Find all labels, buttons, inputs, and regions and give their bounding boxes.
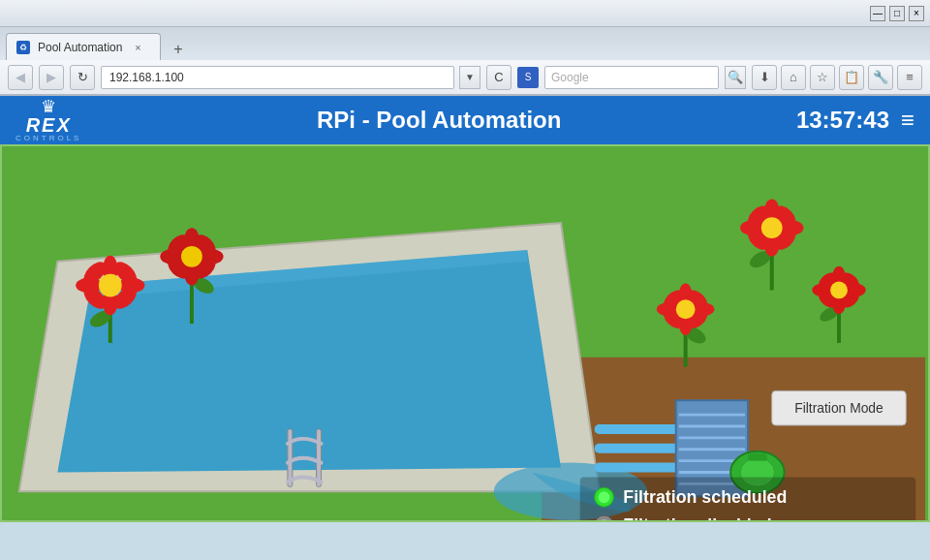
forward-button[interactable]: ▶ [39,65,64,90]
svg-point-43 [99,274,122,297]
reload-icon[interactable]: C [486,65,512,90]
menu-button[interactable]: ≡ [897,65,922,90]
pool-scene: Filtration Mode Filtration scheduled Fil… [0,144,930,522]
bookmark-button[interactable]: ☆ [810,65,835,90]
svg-rect-22 [748,453,767,461]
svg-point-65 [761,217,783,238]
svg-point-27 [599,491,610,503]
svg-text:Filtration scheduled: Filtration scheduled [623,487,787,507]
address-dropdown-button[interactable]: ▼ [459,66,480,89]
svg-text:Filtration disabled: Filtration disabled [623,515,771,520]
close-button[interactable]: × [909,6,924,21]
app-title: RPi - Pool Automation [81,107,795,134]
search-bar[interactable]: Google [544,66,719,89]
rex-text: REX [26,115,72,135]
extensions-button[interactable]: 🔧 [868,65,893,90]
search-go-button[interactable]: 🔍 [725,66,746,89]
hamburger-menu-button[interactable]: ≡ [901,107,914,134]
home-button[interactable]: ⌂ [781,65,806,90]
app-header: ♛ REX CONTROLS RPi - Pool Automation 13:… [0,96,930,144]
tab-pool-automation[interactable]: Pool Automation × [6,33,161,60]
svg-point-87 [830,282,848,299]
app-logo: ♛ REX CONTROLS [16,98,81,142]
navigation-bar: ◀ ▶ ↻ 192.168.1.100 ▼ C S Google 🔍 ⬇ ⌂ ☆… [0,60,930,95]
title-bar: — □ × [0,0,930,27]
refresh-button[interactable]: ↻ [70,65,95,90]
address-text: 192.168.1.100 [109,71,184,84]
address-bar[interactable]: 192.168.1.100 [101,66,454,89]
back-button[interactable]: ◀ [8,65,33,90]
svg-text:Filtration Mode: Filtration Mode [794,400,884,416]
browser-chrome: — □ × Pool Automation × + ◀ ▶ ↻ 192.168.… [0,0,930,96]
crown-icon: ♛ [41,98,56,115]
app-clock: 13:57:43 [796,107,889,134]
new-tab-button[interactable]: + [165,39,192,60]
svg-point-76 [676,299,696,319]
download-button[interactable]: ⬇ [752,65,777,90]
search-placeholder: Google [551,71,589,84]
tab-close-button[interactable]: × [130,40,145,55]
search-engine-icon: S [517,67,539,88]
rex-controls-text: CONTROLS [16,135,81,142]
pool-ladder [288,429,322,486]
maximize-button[interactable]: □ [889,6,905,21]
pool-scene-svg: Filtration Mode Filtration scheduled Fil… [2,146,928,520]
rex-logo: ♛ REX CONTROLS [16,98,81,142]
minimize-button[interactable]: — [870,6,885,21]
history-button[interactable]: 📋 [839,65,864,90]
nav-extras: ⬇ ⌂ ☆ 📋 🔧 ≡ [752,65,922,90]
tab-favicon [16,41,30,54]
tab-title: Pool Automation [38,41,122,54]
tab-bar: Pool Automation × + [0,27,930,60]
svg-point-54 [181,246,202,267]
